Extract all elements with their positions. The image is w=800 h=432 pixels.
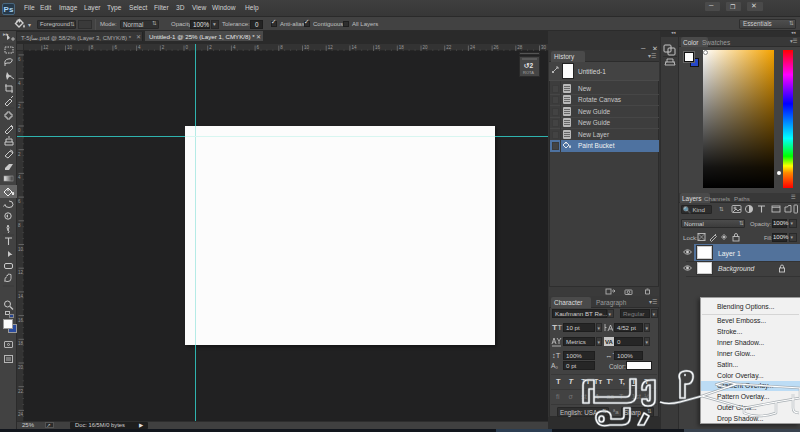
svg-text:8: 8 bbox=[18, 223, 21, 228]
svg-text:0: 0 bbox=[186, 45, 189, 50]
svg-text:12: 12 bbox=[18, 270, 24, 275]
svg-text:18: 18 bbox=[399, 45, 405, 50]
svg-text:2: 2 bbox=[18, 104, 21, 109]
svg-text:26: 26 bbox=[494, 45, 500, 50]
svg-text:8: 8 bbox=[91, 45, 94, 50]
svg-text:12: 12 bbox=[43, 45, 49, 50]
svg-text:12: 12 bbox=[328, 45, 334, 50]
svg-text:8: 8 bbox=[280, 45, 283, 50]
svg-text:2: 2 bbox=[18, 152, 21, 157]
svg-text:14: 14 bbox=[18, 294, 24, 299]
svg-text:16: 16 bbox=[18, 318, 24, 323]
svg-text:30: 30 bbox=[541, 45, 547, 50]
svg-text:4: 4 bbox=[233, 45, 236, 50]
svg-text:6: 6 bbox=[114, 45, 117, 50]
svg-text:4: 4 bbox=[138, 45, 141, 50]
svg-text:2: 2 bbox=[209, 45, 212, 50]
svg-text:20: 20 bbox=[18, 365, 24, 370]
svg-text:14: 14 bbox=[351, 45, 357, 50]
svg-text:28: 28 bbox=[517, 45, 523, 50]
svg-text:10: 10 bbox=[18, 247, 24, 252]
svg-text:22: 22 bbox=[18, 389, 24, 394]
svg-text:10: 10 bbox=[304, 45, 310, 50]
svg-text:18: 18 bbox=[18, 341, 24, 346]
svg-text:4: 4 bbox=[18, 175, 21, 180]
svg-text:6: 6 bbox=[257, 45, 260, 50]
svg-text:2: 2 bbox=[162, 45, 165, 50]
svg-text:24: 24 bbox=[18, 412, 24, 417]
svg-text:24: 24 bbox=[470, 45, 476, 50]
svg-text:20: 20 bbox=[423, 45, 429, 50]
svg-text:6: 6 bbox=[18, 57, 21, 62]
svg-text:4: 4 bbox=[18, 81, 21, 86]
svg-text:22: 22 bbox=[446, 45, 452, 50]
svg-text:0: 0 bbox=[18, 128, 21, 133]
svg-text:6: 6 bbox=[18, 199, 21, 204]
svg-text:16: 16 bbox=[375, 45, 381, 50]
svg-text:10: 10 bbox=[67, 45, 73, 50]
